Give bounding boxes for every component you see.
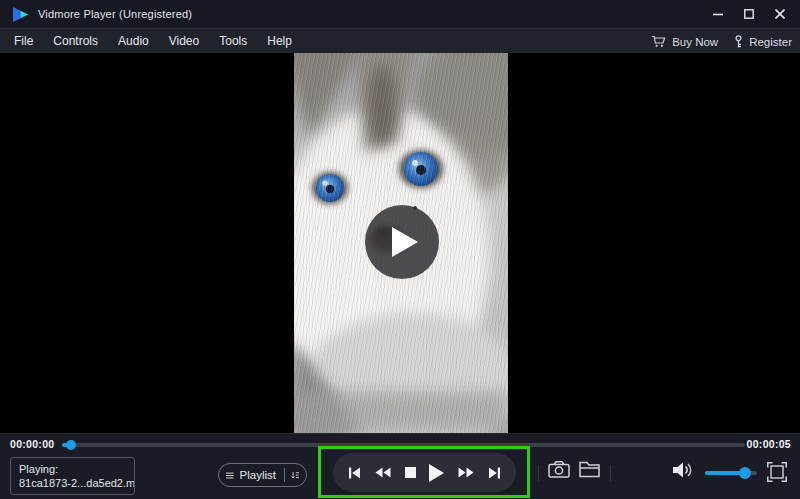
sort-order-icon — [291, 470, 299, 481]
register-label: Register — [749, 36, 792, 48]
volume-thumb[interactable] — [739, 467, 751, 479]
folder-icon — [579, 461, 600, 478]
menu-tools[interactable]: Tools — [209, 29, 257, 54]
transport-controls — [333, 453, 516, 492]
register-button[interactable]: Register — [734, 35, 792, 49]
video-display-area[interactable] — [0, 53, 800, 433]
next-button[interactable] — [488, 453, 501, 492]
cat-right-eye — [399, 150, 443, 188]
cart-icon — [651, 35, 666, 48]
fullscreen-icon — [767, 462, 787, 482]
menu-controls[interactable]: Controls — [43, 29, 108, 54]
snapshot-button[interactable] — [548, 461, 570, 478]
now-playing-filename: 81ca1873-2...da5ed2.mp4 — [19, 476, 126, 490]
cat-left-eye — [312, 172, 348, 204]
open-file-button[interactable] — [579, 461, 600, 478]
current-time: 00:00:00 — [10, 438, 54, 450]
close-button[interactable] — [770, 4, 790, 24]
buy-now-button[interactable]: Buy Now — [651, 35, 718, 48]
now-playing-box: Playing: 81ca1873-2...da5ed2.mp4 — [10, 457, 135, 495]
list-icon — [226, 471, 234, 480]
mute-button[interactable] — [672, 461, 693, 479]
play-overlay-button[interactable] — [365, 205, 439, 279]
play-button[interactable] — [429, 453, 444, 492]
menu-video[interactable]: Video — [159, 29, 209, 54]
control-panel: 00:00:00 00:00:05 Playing: 81ca1873-2...… — [0, 433, 800, 499]
now-playing-label: Playing: — [19, 462, 126, 476]
menu-bar: File Controls Audio Video Tools Help Buy… — [0, 28, 800, 53]
maximize-button[interactable] — [739, 4, 759, 24]
speaker-icon — [672, 461, 693, 479]
stop-button[interactable] — [405, 453, 416, 492]
window-title: Vidmore Player (Unregistered) — [38, 8, 192, 20]
seek-thumb[interactable] — [66, 440, 76, 450]
divider — [610, 465, 611, 481]
playlist-label: Playlist — [240, 469, 276, 481]
fast-forward-button[interactable] — [458, 453, 474, 492]
rewind-button[interactable] — [375, 453, 391, 492]
playlist-button[interactable]: Playlist — [218, 463, 307, 487]
play-circle-icon — [392, 227, 418, 257]
total-time: 00:00:05 — [747, 438, 791, 450]
camera-icon — [548, 461, 570, 478]
menu-help[interactable]: Help — [257, 29, 302, 54]
title-bar: Vidmore Player (Unregistered) — [0, 0, 800, 28]
menu-audio[interactable]: Audio — [108, 29, 159, 54]
key-icon — [734, 35, 743, 49]
minimize-button[interactable] — [708, 4, 728, 24]
buy-now-label: Buy Now — [672, 36, 718, 48]
previous-button[interactable] — [348, 453, 361, 492]
divider — [538, 465, 539, 481]
video-frame-cat — [294, 53, 508, 433]
volume-slider[interactable] — [705, 471, 757, 475]
menu-file[interactable]: File — [0, 29, 43, 54]
vidmore-player-window: Vidmore Player (Unregistered) File Contr… — [0, 0, 800, 499]
playlist-divider — [284, 468, 285, 482]
app-logo-icon — [12, 6, 29, 23]
fullscreen-button[interactable] — [767, 462, 787, 482]
